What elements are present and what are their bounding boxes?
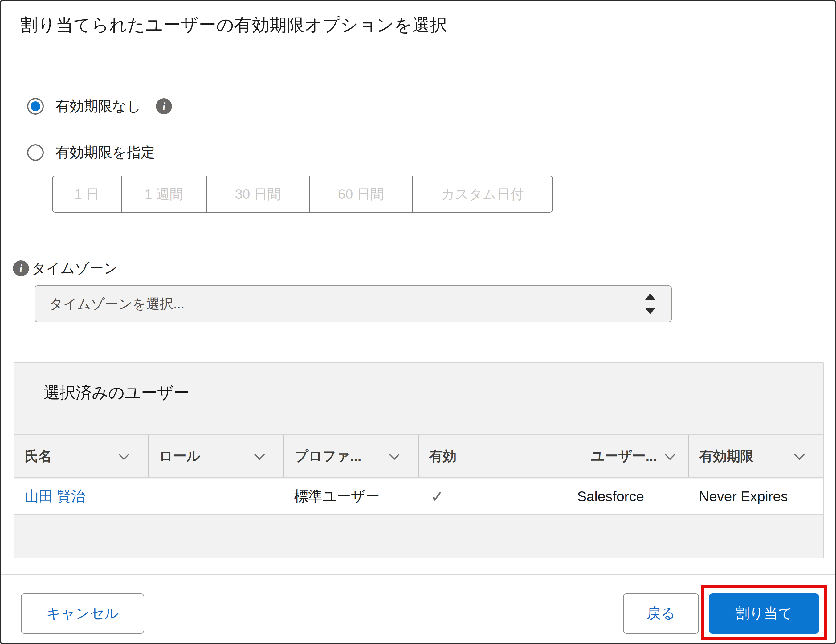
- radio-dot: [31, 101, 40, 111]
- cell-role: [148, 479, 284, 514]
- timezone-select[interactable]: タイムゾーンを選択...: [34, 285, 672, 322]
- expiration-options-dialog: 割り当てられたユーザーの有効期限オプションを選択 有効期限なし i 有効期限を指…: [0, 0, 836, 644]
- column-header-active[interactable]: 有効: [418, 435, 519, 477]
- active-check-icon: ✓: [418, 479, 519, 514]
- chevron-down-icon: [389, 449, 399, 460]
- page-title: 割り当てられたユーザーの有効期限オプションを選択: [20, 13, 447, 37]
- radio-option-specify-expiration[interactable]: 有効期限を指定: [27, 143, 155, 162]
- selected-users-card: 選択済みのユーザー 氏名 ロール プロファ... 有効 ユーザー...: [13, 362, 824, 558]
- duration-button-group: 1 日 1 週間 30 日間 60 日間 カスタム日付: [52, 176, 553, 212]
- cell-name: 山田 賢治: [14, 479, 148, 514]
- timezone-select-placeholder: タイムゾーンを選択...: [49, 295, 185, 313]
- duration-button-30days[interactable]: 30 日間: [206, 176, 309, 212]
- info-icon[interactable]: i: [13, 260, 29, 276]
- radio-selected[interactable]: [27, 98, 44, 114]
- table-header-row: 氏名 ロール プロファ... 有効 ユーザー... 有効期限: [14, 434, 823, 478]
- column-header-profile[interactable]: プロファ...: [284, 435, 418, 477]
- selected-users-title: 選択済みのユーザー: [44, 382, 189, 404]
- chevron-down-icon: [119, 449, 129, 460]
- radio-option-no-expiration[interactable]: 有効期限なし i: [27, 97, 172, 116]
- info-icon[interactable]: i: [156, 98, 172, 114]
- cell-user-license: Salesforce: [519, 479, 688, 514]
- column-header-name[interactable]: 氏名: [14, 435, 148, 477]
- radio-label-specify-expiration: 有効期限を指定: [56, 143, 155, 162]
- timezone-label-row: i タイムゾーン: [13, 259, 118, 278]
- back-button[interactable]: 戻る: [623, 593, 699, 634]
- column-header-role[interactable]: ロール: [148, 435, 284, 477]
- select-stepper: [645, 286, 655, 322]
- duration-button-custom-date[interactable]: カスタム日付: [412, 176, 552, 212]
- timezone-label: タイムゾーン: [31, 259, 118, 278]
- duration-button-60days[interactable]: 60 日間: [309, 176, 412, 212]
- column-header-expiration[interactable]: 有効期限: [688, 435, 823, 477]
- radio-unselected[interactable]: [27, 144, 44, 161]
- duration-button-1week[interactable]: 1 週間: [121, 176, 206, 212]
- radio-label-no-expiration: 有効期限なし: [56, 97, 141, 116]
- assign-button[interactable]: 割り当て: [709, 593, 819, 634]
- duration-button-1day[interactable]: 1 日: [53, 176, 121, 212]
- table-row: 山田 賢治 標準ユーザー ✓ Salesforce Never Expires: [14, 479, 823, 515]
- cancel-button[interactable]: キャンセル: [21, 593, 144, 634]
- chevron-down-icon: [794, 449, 805, 460]
- cell-expiration: Never Expires: [688, 479, 823, 514]
- column-header-user-license[interactable]: ユーザー...: [519, 435, 688, 477]
- footer-divider: [1, 574, 835, 575]
- chevron-down-icon: [665, 449, 675, 460]
- stepper-up-icon: [645, 293, 655, 299]
- user-name-link[interactable]: 山田 賢治: [24, 487, 85, 506]
- cell-profile: 標準ユーザー: [284, 479, 418, 514]
- stepper-down-icon: [645, 308, 655, 314]
- chevron-down-icon: [254, 449, 265, 460]
